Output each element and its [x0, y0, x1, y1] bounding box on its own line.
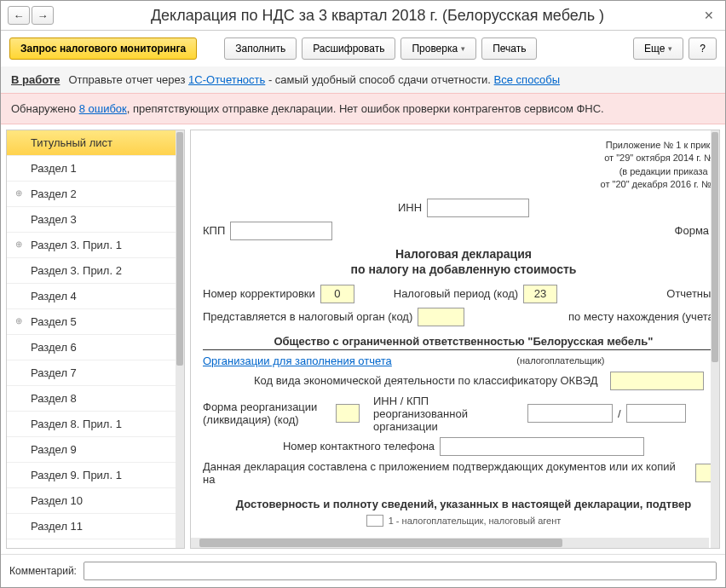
sidebar-item[interactable]: Раздел 11 [7, 514, 184, 539]
content-scrollbar-h[interactable] [191, 538, 709, 548]
comment-label: Комментарий: [9, 565, 77, 577]
close-icon[interactable]: ✕ [700, 6, 718, 25]
chevron-down-icon: ▾ [461, 44, 465, 53]
help-button[interactable]: ? [689, 37, 717, 60]
reorg-code-field[interactable] [336, 404, 360, 423]
footer: Комментарий: [1, 554, 725, 587]
sidebar-item[interactable]: Титульный лист [7, 130, 184, 156]
phone-field[interactable] [440, 437, 644, 456]
confirm-checkbox[interactable] [366, 515, 383, 527]
sidebar-item[interactable]: Раздел 7 [7, 360, 184, 386]
infobar: В работе Отправьте отчет через 1С-Отчетн… [1, 66, 725, 93]
content-scrollbar-v[interactable] [711, 130, 719, 548]
inn-label: ИНН [398, 201, 422, 214]
expand-icon[interactable]: ⊕ [15, 316, 22, 326]
sidebar-item[interactable]: ⊕Раздел 3. Прил. 1 [7, 233, 184, 258]
print-button[interactable]: Печать [481, 37, 537, 60]
toolbar: Запрос налогового мониторинга Заполнить … [1, 31, 725, 66]
monitoring-button[interactable]: Запрос налогового мониторинга [9, 37, 197, 60]
decode-button[interactable]: Расшифровать [302, 37, 395, 60]
inn-field[interactable] [427, 199, 529, 217]
section-sidebar: Титульный листРаздел 1⊕Раздел 2Раздел 3⊕… [6, 130, 185, 549]
back-button[interactable]: ← [8, 6, 30, 25]
org-fill-link[interactable]: Организации для заполнения отчета [203, 355, 392, 367]
sidebar-scrollbar[interactable] [176, 130, 184, 548]
reporting-link[interactable]: 1С-Отчетность [188, 73, 265, 86]
okved-field[interactable] [610, 372, 704, 390]
fill-button[interactable]: Заполнить [224, 37, 297, 60]
more-button[interactable]: Еще▾ [633, 37, 683, 60]
sidebar-item[interactable]: Раздел 8 [7, 386, 184, 412]
kpp-field[interactable] [230, 222, 332, 240]
sidebar-item[interactable]: Раздел 8. Прил. 1 [7, 412, 184, 437]
sidebar-item[interactable]: Раздел 10 [7, 488, 184, 514]
all-methods-link[interactable]: Все способы [494, 73, 560, 86]
check-button[interactable]: Проверка▾ [400, 37, 476, 60]
status-label[interactable]: В работе [11, 73, 60, 86]
sidebar-item[interactable]: Раздел 9. Прил. 1 [7, 463, 184, 488]
reorg-kpp-field[interactable] [626, 404, 686, 423]
sidebar-item[interactable]: Раздел 6 [7, 335, 184, 360]
correction-field[interactable]: 0 [320, 285, 354, 303]
org-name: Общество с ограниченной ответственностью… [203, 335, 720, 350]
reorg-inn-field[interactable] [527, 404, 613, 423]
expand-icon[interactable]: ⊕ [15, 188, 22, 198]
regulation-header: Приложение № 1 к приказу от "29" октября… [203, 139, 720, 192]
doc-title: Налоговая декларация [203, 247, 720, 261]
sidebar-item[interactable]: Раздел 1 [7, 156, 184, 182]
comment-input[interactable] [84, 562, 717, 580]
sidebar-item[interactable]: Раздел 3. Прил. 2 [7, 258, 184, 284]
doc-subtitle: по налогу на добавленную стоимость [203, 262, 720, 276]
sidebar-item[interactable]: ⊕Раздел 5 [7, 309, 184, 335]
kpp-label: КПП [203, 224, 225, 237]
forward-button[interactable]: → [32, 6, 54, 25]
sidebar-item[interactable]: Раздел 4 [7, 284, 184, 309]
error-bar: Обнаружено 8 ошибок, препятствующих отпр… [1, 93, 725, 124]
tax-org-field[interactable] [418, 308, 464, 326]
errors-link[interactable]: 8 ошибок [79, 102, 127, 115]
sidebar-item[interactable]: Раздел 3 [7, 207, 184, 233]
period-field[interactable]: 23 [523, 285, 557, 303]
chevron-down-icon: ▾ [668, 44, 672, 53]
sidebar-item[interactable]: Раздел 9 [7, 437, 184, 463]
titlebar: ← → Декларация по НДС за 3 квартал 2018 … [1, 1, 725, 31]
expand-icon[interactable]: ⊕ [15, 239, 22, 249]
form-content: Приложение № 1 к приказу от "29" октября… [190, 130, 720, 549]
window-title: Декларация по НДС за 3 квартал 2018 г. (… [55, 7, 700, 25]
sidebar-item[interactable]: ⊕Раздел 2 [7, 182, 184, 207]
